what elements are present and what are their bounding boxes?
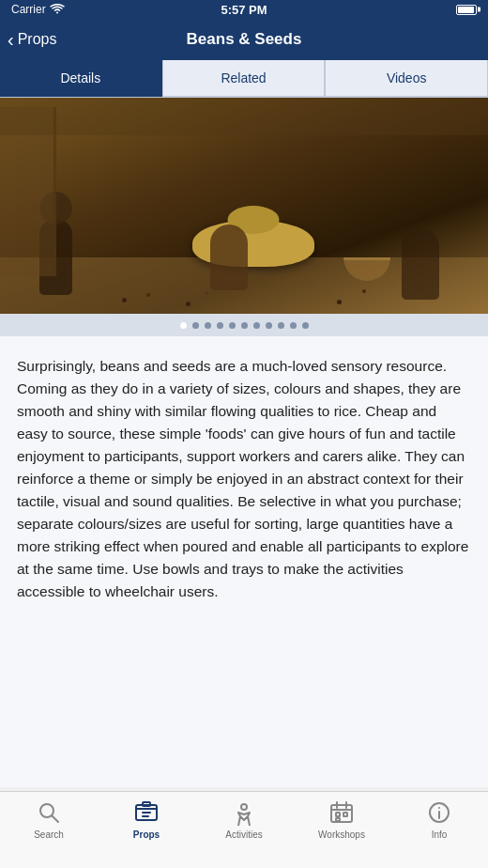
dot-9 <box>278 322 284 329</box>
wifi-icon <box>50 4 65 15</box>
bottom-tab-info[interactable]: Info <box>390 799 488 840</box>
props-icon <box>133 799 160 826</box>
hero-image <box>0 98 488 314</box>
activities-icon <box>231 799 257 826</box>
tab-videos-label: Videos <box>387 70 427 85</box>
tab-related[interactable]: Related <box>162 60 326 97</box>
workshops-icon <box>328 799 355 826</box>
back-button[interactable]: ‹ Props <box>8 31 56 49</box>
bottom-tab-props-label: Props <box>133 829 160 840</box>
dot-8 <box>266 322 272 329</box>
status-right <box>456 5 477 15</box>
info-icon <box>426 799 452 826</box>
bottom-tab-search[interactable]: Search <box>0 799 98 840</box>
seed-2 <box>146 293 150 297</box>
bottom-tab-workshops-label: Workshops <box>318 829 365 840</box>
tab-videos[interactable]: Videos <box>325 60 488 97</box>
seed-1 <box>122 298 127 302</box>
svg-rect-14 <box>336 818 340 821</box>
svg-rect-8 <box>331 805 352 822</box>
tab-related-label: Related <box>221 70 266 85</box>
search-icon <box>36 799 62 826</box>
page-indicator <box>0 314 488 336</box>
person-right <box>402 229 439 300</box>
seed-3 <box>186 302 191 306</box>
seed-5 <box>337 300 342 304</box>
dot-1 <box>180 322 187 329</box>
dot-10 <box>290 322 297 329</box>
top-tab-bar: Details Related Videos <box>0 60 488 98</box>
back-label: Props <box>18 31 57 48</box>
dot-2 <box>192 322 199 329</box>
status-left: Carrier <box>11 3 65 16</box>
description-text: Surprisingly, beans and seeds are a much… <box>17 355 471 603</box>
dot-6 <box>241 322 248 329</box>
seed-6 <box>362 289 366 293</box>
image-scene <box>0 98 488 314</box>
battery-icon <box>456 5 477 15</box>
tab-details-label: Details <box>60 70 100 85</box>
svg-rect-13 <box>343 813 347 816</box>
dot-4 <box>217 322 223 329</box>
svg-point-7 <box>241 804 247 810</box>
page-title: Beans & Seeds <box>187 30 302 49</box>
dot-5 <box>229 322 236 329</box>
bottom-tab-workshops[interactable]: Workshops <box>293 799 390 840</box>
bottom-tab-props[interactable]: Props <box>98 799 195 840</box>
dot-3 <box>205 322 211 329</box>
status-time: 5:57 PM <box>221 3 267 17</box>
status-bar: Carrier 5:57 PM <box>0 0 488 19</box>
svg-point-17 <box>438 807 440 809</box>
tab-details[interactable]: Details <box>0 60 162 97</box>
carrier-text: Carrier <box>11 3 46 16</box>
nav-bar: ‹ Props Beans & Seeds <box>0 19 488 60</box>
svg-rect-12 <box>336 813 340 816</box>
bottom-tab-search-label: Search <box>34 829 64 840</box>
ceiling <box>0 98 488 135</box>
svg-line-1 <box>53 816 59 823</box>
content-area: Surprisingly, beans and seeds are a much… <box>0 336 488 787</box>
bottom-tab-activities-label: Activities <box>225 829 262 840</box>
dot-7 <box>253 322 260 329</box>
back-chevron-icon: ‹ <box>8 30 14 49</box>
dot-11 <box>302 322 309 329</box>
person-center <box>210 225 248 290</box>
bottom-tab-bar: Search Props Activities <box>0 791 488 868</box>
bottom-tab-info-label: Info <box>432 829 448 840</box>
bottom-tab-activities[interactable]: Activities <box>195 799 293 840</box>
